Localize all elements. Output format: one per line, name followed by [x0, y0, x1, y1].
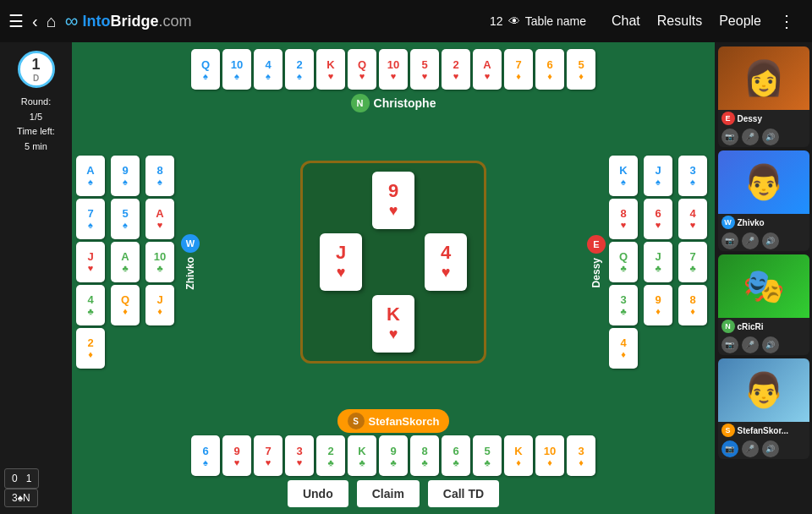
card: J♦ [145, 285, 174, 325]
card: 2♦ [76, 328, 105, 369]
south-name-badge: S StefanSkorch [337, 409, 450, 433]
time-value: 5 min [25, 141, 47, 151]
deal-letter: D [33, 74, 39, 83]
player-initial-zhivko: W [721, 216, 735, 229]
card: 9♠ [111, 156, 140, 196]
card: Q♦ [111, 285, 140, 325]
chat-button[interactable]: Chat [612, 14, 640, 29]
west-card-rank: J [336, 242, 346, 264]
back-icon[interactable]: ‹ [32, 12, 38, 31]
video-btn-dessy[interactable]: 📷 [721, 128, 738, 145]
east-pos-badge: E [587, 235, 606, 254]
middle-row: A♠9♠8♠7♠5♠A♥J♥A♣10♣4♣Q♦J♦2♦ W Zhivko 9 ♥… [72, 117, 715, 407]
player-photo-cricri: 🎭 [718, 254, 809, 318]
card: 5♦ [567, 49, 595, 90]
card: 10♣ [145, 242, 174, 282]
north-card-suit: ♥ [389, 202, 398, 220]
card: K♣ [348, 435, 376, 476]
player-card-zhivko: 👨 W Zhivko 📷 🎤 🔊 [718, 150, 809, 251]
north-player-name: Christophe [374, 96, 436, 110]
played-card-south: K ♥ [372, 295, 414, 353]
card: 6♥ [644, 199, 672, 239]
mic-btn-dessy[interactable]: 🎤 [742, 128, 759, 145]
east-player-name: Dessy [590, 258, 602, 287]
eye-icon: 👁 [508, 14, 520, 28]
card: 7♥ [254, 435, 283, 476]
card: 9♣ [379, 435, 408, 476]
player-name-dessy: Dessy [738, 114, 762, 123]
card: K♦ [504, 435, 533, 476]
card: 7♦ [504, 49, 533, 90]
card: J♣ [644, 242, 672, 282]
game-area: Q♠10♠4♠2♠K♥Q♥10♥5♥2♥A♥7♦6♦5♦ N Christoph… [72, 42, 715, 514]
card: 2♣ [316, 435, 345, 476]
card: 6♦ [535, 49, 564, 90]
north-card-rank: 9 [388, 180, 398, 202]
player-card-cricri: 🎭 N cRicRi 📷 🎤 🔊 [718, 254, 809, 355]
vol-btn-stefan[interactable]: 🔊 [762, 440, 779, 457]
player-initial-stefan: S [721, 424, 735, 437]
home-icon[interactable]: ⌂ [47, 12, 57, 31]
card: A♥ [473, 49, 502, 90]
round-label: Round: [21, 96, 51, 107]
card: 4♣ [76, 285, 105, 325]
vol-btn-cricri[interactable]: 🔊 [762, 336, 779, 353]
video-btn-stefan[interactable]: 📷 [721, 440, 738, 457]
vol-btn-zhivko[interactable]: 🔊 [762, 232, 779, 249]
card: K♠ [609, 156, 638, 196]
deal-number: 1 [31, 56, 40, 74]
menu-icon[interactable]: ☰ [8, 11, 24, 31]
call-td-button[interactable]: Call TD [428, 480, 499, 507]
card: 9♦ [644, 285, 672, 325]
contract-box: 3♠N [4, 489, 38, 507]
card: 4♥ [678, 199, 707, 239]
west-label: W Zhivko [181, 234, 200, 290]
contract: 3♠N [12, 492, 30, 504]
top-navigation: ☰ ‹ ⌂ ∞ IntoBridge.com 12 👁 Table name C… [0, 0, 812, 42]
player-name-stefan: StefanSkor... [738, 426, 789, 435]
score-0: 0 [12, 473, 18, 484]
card: 10♠ [222, 49, 251, 90]
player-name-bar-stefan: S StefanSkor... [718, 422, 809, 439]
player-name-bar-zhivko: W Zhivko [718, 214, 809, 231]
card: 5♥ [410, 49, 439, 90]
right-panel: 👩 E Dessy 📷 🎤 🔊 👨 W Zhivko 📷 🎤 🔊 🎭 N cRi… [715, 42, 812, 514]
mic-btn-zhivko[interactable]: 🎤 [742, 232, 759, 249]
north-hand: Q♠10♠4♠2♠K♥Q♥10♥5♥2♥A♥7♦6♦5♦ [191, 49, 595, 90]
card: 4♠ [254, 49, 283, 90]
played-card-east: 4 ♥ [425, 233, 467, 291]
vol-btn-dessy[interactable]: 🔊 [762, 128, 779, 145]
undo-button[interactable]: Undo [288, 480, 348, 507]
east-hand: K♠J♠3♠8♥6♥4♥Q♣J♣7♣3♣9♦8♦4♦ [609, 156, 710, 369]
results-button[interactable]: Results [657, 14, 702, 29]
card: 5♠ [111, 199, 140, 239]
south-player-name: StefanSkorch [369, 415, 440, 428]
west-hand: A♠9♠8♠7♠5♠A♥J♥A♣10♣4♣Q♦J♦2♦ [76, 156, 178, 369]
west-pos-badge: W [181, 234, 200, 253]
east-label: E Dessy [587, 235, 606, 287]
mic-btn-cricri[interactable]: 🎤 [742, 336, 759, 353]
player-controls-zhivko: 📷 🎤 🔊 [718, 231, 809, 251]
people-button[interactable]: People [719, 14, 761, 29]
more-icon[interactable]: ⋮ [778, 11, 795, 31]
card: 7♣ [678, 242, 707, 282]
south-pos-badge: S [348, 413, 365, 429]
time-label: Time left: [17, 126, 55, 136]
south-card-rank: K [387, 303, 400, 325]
card: 8♦ [678, 285, 707, 325]
play-area: 9 ♥ J ♥ 4 ♥ K ♥ [300, 161, 486, 364]
card: A♠ [76, 156, 105, 196]
mic-btn-stefan[interactable]: 🎤 [742, 440, 759, 457]
card: J♠ [644, 156, 672, 196]
claim-button[interactable]: Claim [357, 480, 420, 507]
player-controls-dessy: 📷 🎤 🔊 [718, 127, 809, 147]
card: 3♠ [678, 156, 707, 196]
card: 7♠ [76, 199, 105, 239]
video-btn-cricri[interactable]: 📷 [721, 336, 738, 353]
player-name-zhivko: Zhivko [738, 218, 765, 227]
card: 10♦ [535, 435, 564, 476]
player-initial-cricri: N [721, 320, 735, 333]
card: Q♥ [348, 49, 376, 90]
video-btn-zhivko[interactable]: 📷 [721, 232, 738, 249]
player-initial-dessy: E [721, 112, 735, 125]
